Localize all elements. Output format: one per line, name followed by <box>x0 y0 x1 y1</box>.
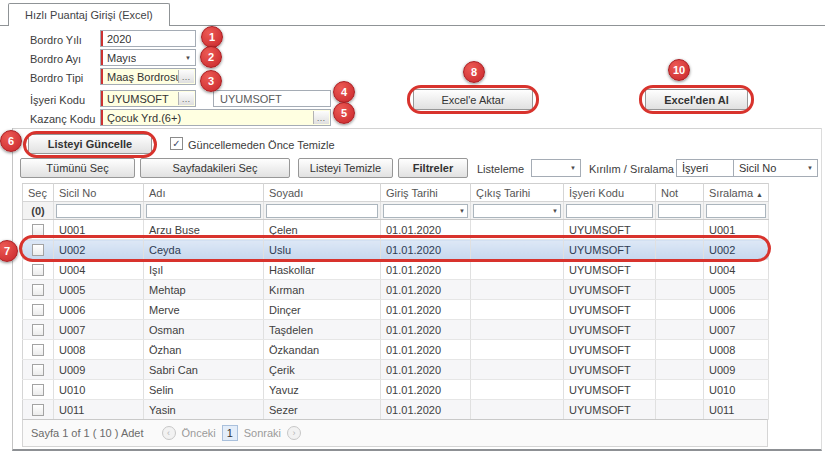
select-page-button[interactable]: Sayfadakileri Seç <box>140 158 290 178</box>
filter-input-soyadi[interactable] <box>266 204 378 218</box>
workplace-code-lookup[interactable]: UYUMSOFT … <box>100 90 196 107</box>
col-header-cikis-tarihi[interactable]: Çıkış Tarihi <box>471 184 564 202</box>
filter-select-cikis-tarihi[interactable]: ▼ <box>473 204 561 218</box>
col-header-sec[interactable]: Seç <box>23 184 54 202</box>
cell-giris: 01.01.2020 <box>381 400 471 420</box>
cell-adi: Merve <box>144 300 264 320</box>
cell-siralama: U009 <box>704 360 769 380</box>
table-row[interactable]: U006MerveDinçer01.01.2020UYUMSOFTU006 <box>23 300 769 320</box>
cell-sicil: U007 <box>54 320 144 340</box>
export-to-excel-button[interactable]: Excel'e Aktar <box>413 89 533 110</box>
cell-select <box>23 360 54 380</box>
sort-field-value: Sicil No <box>739 162 776 174</box>
callout-badge-4: 4 <box>333 81 355 103</box>
table-row[interactable]: U009Sabri CanÇerik01.01.2020UYUMSOFTU009 <box>23 360 769 380</box>
listing-select[interactable]: ▼ <box>531 159 581 177</box>
sort-field-select[interactable]: Sicil No ▼ <box>733 159 818 177</box>
cell-siralama: U011 <box>704 400 769 420</box>
clear-list-button[interactable]: Listeyi Temizle <box>298 158 393 178</box>
filter-input-adi[interactable] <box>146 204 261 218</box>
cell-soyadi: Yavuz <box>264 380 381 400</box>
col-header-isyeri-kodu[interactable]: İşyeri Kodu <box>564 184 656 202</box>
cell-sicil: U009 <box>54 360 144 380</box>
filter-input-sicil-no[interactable] <box>56 204 141 218</box>
cell-sicil: U005 <box>54 280 144 300</box>
payroll-year-input[interactable]: 2020 <box>100 30 196 47</box>
table-row[interactable]: U002CeydaUslu01.01.2020UYUMSOFTU002 <box>23 240 769 260</box>
lookup-ellipsis-button[interactable]: … <box>313 111 329 124</box>
row-select-checkbox[interactable] <box>32 224 44 236</box>
payroll-month-select[interactable]: Mayıs ▼ <box>100 49 196 66</box>
table-row[interactable]: U005MehtapKırman01.01.2020UYUMSOFTU005 <box>23 280 769 300</box>
row-select-checkbox[interactable] <box>32 324 44 336</box>
cell-soyadi: Sezer <box>264 400 381 420</box>
table-row[interactable]: U011YasinSezer01.01.2020UYUMSOFTU011 <box>23 400 769 420</box>
row-select-checkbox[interactable] <box>32 244 44 256</box>
col-header-giris-tarihi[interactable]: Giriş Tarihi <box>381 184 471 202</box>
col-header-soyadi[interactable]: Soyadı <box>264 184 381 202</box>
table-row[interactable]: U007OsmanTaşdelen01.01.2020UYUMSOFTU007 <box>23 320 769 340</box>
col-header-not[interactable]: Not <box>656 184 704 202</box>
cell-sicil: U010 <box>54 380 144 400</box>
col-header-sicil-no[interactable]: Sicil No <box>54 184 144 202</box>
col-header-adi[interactable]: Adı <box>144 184 264 202</box>
pager-next-label[interactable]: Sonraki <box>244 427 281 439</box>
clear-before-update-checkbox[interactable]: ✓ <box>170 137 183 150</box>
cell-isyeri: UYUMSOFT <box>564 400 656 420</box>
cell-cikis <box>471 300 564 320</box>
cell-select <box>23 400 54 420</box>
table-row[interactable]: U010SelinYavuz01.01.2020UYUMSOFTU010 <box>23 380 769 400</box>
cell-siralama: U004 <box>704 260 769 280</box>
cell-siralama: U002 <box>704 240 769 260</box>
update-list-button[interactable]: Listeyi Güncelle <box>28 134 152 154</box>
select-all-button[interactable]: Tümünü Seç <box>20 158 135 178</box>
lookup-ellipsis-button[interactable]: … <box>178 92 194 105</box>
earning-code-lookup[interactable]: Çocuk Yrd.(6+) … <box>100 109 331 126</box>
filter-input-siralama[interactable] <box>706 204 766 218</box>
table-filter-row: (0) ▼ ▼ <box>23 202 769 220</box>
pager-page-1[interactable]: 1 <box>222 425 238 441</box>
cell-giris: 01.01.2020 <box>381 300 471 320</box>
row-select-checkbox[interactable] <box>32 304 44 316</box>
cell-isyeri: UYUMSOFT <box>564 320 656 340</box>
cell-isyeri: UYUMSOFT <box>564 280 656 300</box>
row-select-checkbox[interactable] <box>32 284 44 296</box>
row-select-checkbox[interactable] <box>32 264 44 276</box>
filters-button[interactable]: Filtreler <box>398 158 468 178</box>
row-select-checkbox[interactable] <box>32 384 44 396</box>
pager-next-icon[interactable]: › <box>287 426 301 440</box>
row-select-checkbox[interactable] <box>32 404 44 416</box>
payroll-type-value: Maaş Bordrosu <box>107 71 182 83</box>
cell-adi: Osman <box>144 320 264 340</box>
filter-input-isyeri-kodu[interactable] <box>566 204 653 218</box>
tab-quick-timesheet-excel[interactable]: Hızlı Puantaj Girişi (Excel) <box>8 3 170 26</box>
cell-not <box>656 280 704 300</box>
cell-not <box>656 220 704 240</box>
cell-sicil: U001 <box>54 220 144 240</box>
cell-sicil: U008 <box>54 340 144 360</box>
cell-select <box>23 240 54 260</box>
cell-isyeri: UYUMSOFT <box>564 300 656 320</box>
filter-select-giris-tarihi[interactable]: ▼ <box>383 204 468 218</box>
pager-prev-label[interactable]: Önceki <box>182 427 216 439</box>
row-select-checkbox[interactable] <box>32 364 44 376</box>
row-select-checkbox[interactable] <box>32 344 44 356</box>
filter-input-not[interactable] <box>658 204 701 218</box>
cell-select <box>23 380 54 400</box>
table-row[interactable]: U004IşılHaskollar01.01.2020UYUMSOFTU004 <box>23 260 769 280</box>
table-row[interactable]: U001Arzu BuseÇelen01.01.2020UYUMSOFTU001 <box>23 220 769 240</box>
pager-prev-icon[interactable]: ‹ <box>162 426 176 440</box>
cell-siralama: U006 <box>704 300 769 320</box>
import-from-excel-button[interactable]: Excel'den Al <box>645 89 748 110</box>
table-row[interactable]: U008ÖzhanÖzkandan01.01.2020UYUMSOFTU008 <box>23 340 769 360</box>
cell-soyadi: Taşdelen <box>264 320 381 340</box>
cell-cikis <box>471 400 564 420</box>
workplace-name-input[interactable]: UYUMSOFT <box>213 90 331 107</box>
payroll-type-lookup[interactable]: Maaş Bordrosu … <box>100 68 196 85</box>
cell-cikis <box>471 320 564 340</box>
cell-giris: 01.01.2020 <box>381 360 471 380</box>
lookup-ellipsis-button[interactable]: … <box>178 70 194 83</box>
cell-not <box>656 400 704 420</box>
col-header-siralama[interactable]: Sıralama ▲ <box>704 184 769 202</box>
cell-select <box>23 320 54 340</box>
